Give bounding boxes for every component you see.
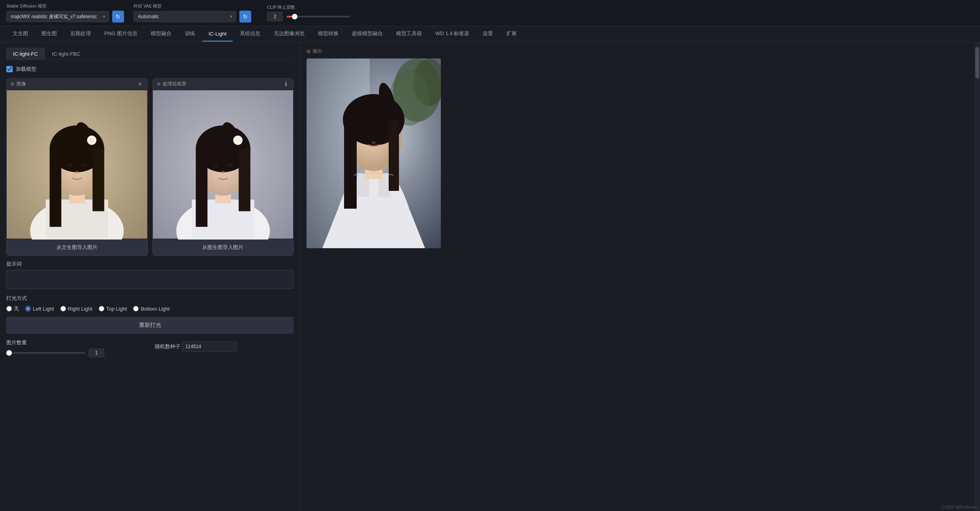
panel-2-download-button[interactable]: ⬇ bbox=[283, 81, 289, 87]
svg-point-45 bbox=[372, 141, 376, 144]
output-image-area bbox=[307, 58, 441, 248]
sub-tabs: IC-light-FC IC-light-FBC bbox=[6, 48, 293, 60]
svg-point-26 bbox=[227, 163, 233, 167]
content-area: IC-light-FC IC-light-FBC 加载模型 ⊞ 图像 ✕ bbox=[0, 42, 980, 511]
svg-point-11 bbox=[81, 163, 87, 167]
svg-rect-22 bbox=[196, 149, 207, 227]
svg-point-12 bbox=[75, 171, 79, 173]
svg-point-25 bbox=[213, 163, 219, 167]
nav-tab-extras[interactable]: 后期处理 bbox=[64, 26, 97, 42]
sd-model-select[interactable]: majicMIX realistic 麦橘写实_v7.safetensors [… bbox=[6, 11, 109, 22]
image-panels: ⊞ 图像 ✕ bbox=[6, 78, 293, 256]
output-title: 输出 bbox=[313, 48, 322, 55]
count-slider[interactable] bbox=[6, 352, 85, 354]
svg-point-10 bbox=[67, 163, 73, 167]
right-panel: ⊞ 输出 bbox=[300, 42, 980, 511]
svg-point-29 bbox=[235, 138, 240, 143]
nav-tab-train[interactable]: 训练 bbox=[179, 26, 201, 42]
lighting-label: 打光方式 bbox=[6, 295, 293, 302]
nav-tab-wd14[interactable]: WD 1.4 标签器 bbox=[429, 26, 476, 42]
panel-2-image-area[interactable] bbox=[153, 89, 293, 239]
svg-point-44 bbox=[380, 135, 387, 140]
nav-tab-modelconvert[interactable]: 模型转换 bbox=[312, 26, 345, 42]
vae-model-select-wrapper[interactable]: Automatic bbox=[134, 11, 236, 22]
prompt-label: 提示词 bbox=[6, 260, 293, 268]
svg-point-14 bbox=[89, 138, 94, 143]
nav-tab-settings[interactable]: 设置 bbox=[476, 26, 499, 42]
image-panel-1: ⊞ 图像 ✕ bbox=[6, 78, 148, 256]
prompt-input[interactable] bbox=[6, 270, 293, 289]
lighting-option-right[interactable]: Right Light bbox=[60, 306, 92, 312]
vae-model-refresh-button[interactable]: ↻ bbox=[239, 11, 251, 23]
clip-label: CLIP 终止层数 bbox=[267, 4, 350, 10]
left-panel: IC-light-FC IC-light-FBC 加载模型 ⊞ 图像 ✕ bbox=[0, 42, 300, 511]
load-model-checkbox[interactable] bbox=[6, 66, 13, 72]
panel-1-close-button[interactable]: ✕ bbox=[137, 81, 143, 87]
panel-1-icon: ⊞ bbox=[11, 81, 14, 87]
output-header: ⊞ 输出 bbox=[307, 48, 974, 55]
seed-label: 随机数种子 bbox=[155, 343, 181, 349]
watermark: CSDN @Fndemin bbox=[942, 505, 977, 509]
svg-rect-8 bbox=[92, 149, 104, 211]
nav-tabs: 文生图 图生图 后期处理 PNG 图片信息 模型融合 训练 IC-Light 系… bbox=[0, 26, 980, 42]
vae-model-section: 外挂 VAE 模型 Automatic ↻ bbox=[134, 3, 251, 23]
count-seed-row: 图片数量 随机数种子 bbox=[6, 339, 293, 357]
lighting-option-none[interactable]: 无 bbox=[6, 305, 19, 312]
sd-model-refresh-button[interactable]: ↻ bbox=[112, 11, 124, 23]
clip-slider[interactable] bbox=[287, 16, 350, 17]
scrollbar-thumb[interactable] bbox=[975, 47, 979, 79]
svg-rect-41 bbox=[389, 120, 399, 191]
image-panel-2-header: ⊞ 处理后前景 ⬇ bbox=[153, 79, 293, 89]
nav-tab-sysinfo[interactable]: 系统信息 bbox=[233, 26, 267, 42]
import-from-img2img-button[interactable]: 从图生图导入图片 bbox=[153, 239, 293, 255]
svg-rect-23 bbox=[239, 149, 250, 211]
clip-section: CLIP 终止层数 bbox=[267, 4, 350, 21]
nav-tab-infinite[interactable]: 无边图像浏览 bbox=[267, 26, 311, 42]
sub-tab-fbc[interactable]: IC-light-FBC bbox=[45, 48, 87, 60]
relight-button[interactable]: 重新打光 bbox=[6, 317, 293, 334]
image-panel-2: ⊞ 处理后前景 ⬇ bbox=[152, 78, 294, 256]
sub-tab-fc[interactable]: IC-light-FC bbox=[6, 48, 45, 60]
nav-tab-txt2img[interactable]: 文生图 bbox=[6, 26, 34, 42]
count-value-input[interactable] bbox=[88, 349, 104, 357]
import-from-txt2img-button[interactable]: 从文生图导入图片 bbox=[7, 239, 147, 255]
nav-tab-extensions[interactable]: 扩展 bbox=[500, 26, 523, 42]
load-model-label: 加载模型 bbox=[16, 66, 36, 73]
refresh-icon-2: ↻ bbox=[243, 13, 248, 20]
sd-model-label: Stable Diffusion 模型 bbox=[6, 3, 124, 9]
count-label: 图片数量 bbox=[6, 339, 27, 345]
nav-tab-supermerge[interactable]: 超级模型融合 bbox=[346, 26, 389, 42]
lighting-option-bottom[interactable]: Bottom Light bbox=[133, 306, 169, 312]
refresh-icon: ↻ bbox=[116, 13, 120, 20]
panel-2-icon: ⊞ bbox=[157, 81, 160, 87]
lighting-option-top[interactable]: Top Light bbox=[99, 306, 127, 312]
nav-tab-img2img[interactable]: 图生图 bbox=[35, 26, 63, 42]
svg-rect-40 bbox=[344, 122, 357, 209]
svg-point-27 bbox=[221, 171, 225, 173]
panel-1-title: 图像 bbox=[17, 81, 26, 87]
sd-model-section: Stable Diffusion 模型 majicMIX realistic 麦… bbox=[6, 3, 124, 23]
scrollbar[interactable] bbox=[974, 42, 980, 511]
nav-tab-toolbox[interactable]: 模型工具箱 bbox=[390, 26, 428, 42]
image-panel-1-header: ⊞ 图像 ✕ bbox=[7, 79, 147, 89]
clip-value-input[interactable] bbox=[267, 12, 283, 21]
output-icon: ⊞ bbox=[307, 49, 310, 54]
sd-model-select-wrapper[interactable]: majicMIX realistic 麦橘写实_v7.safetensors [… bbox=[6, 11, 109, 22]
nav-tab-pnginfo[interactable]: PNG 图片信息 bbox=[98, 26, 144, 42]
seed-input[interactable] bbox=[182, 341, 237, 352]
nav-tab-modelmerge[interactable]: 模型融合 bbox=[145, 26, 178, 42]
seed-section: 随机数种子 bbox=[155, 339, 294, 352]
vae-model-select[interactable]: Automatic bbox=[134, 11, 236, 22]
lighting-option-left[interactable]: Left Light bbox=[25, 306, 54, 312]
panel-1-image-area[interactable] bbox=[7, 89, 147, 239]
nav-tab-iclight[interactable]: IC-Light bbox=[202, 27, 233, 41]
panel-2-title: 处理后前景 bbox=[163, 81, 186, 87]
svg-point-43 bbox=[367, 135, 374, 140]
top-bar: Stable Diffusion 模型 majicMIX realistic 麦… bbox=[0, 0, 980, 26]
svg-rect-7 bbox=[50, 149, 62, 227]
count-section: 图片数量 bbox=[6, 339, 145, 357]
lighting-radio-group: 无 Left Light Right Light Top Light Botto… bbox=[6, 305, 293, 312]
vae-model-label: 外挂 VAE 模型 bbox=[134, 3, 251, 9]
load-model-row: 加载模型 bbox=[6, 66, 293, 73]
